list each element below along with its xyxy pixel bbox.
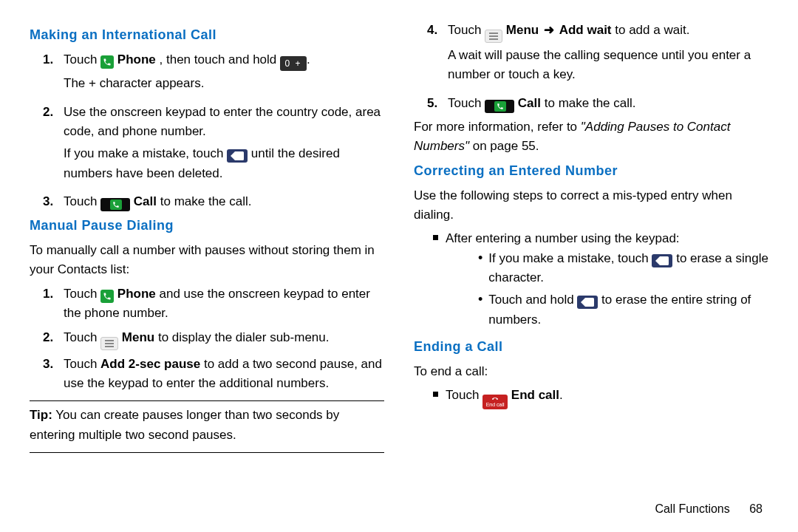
- left-column: Making an International Call 1. Touch Ph…: [30, 21, 384, 457]
- text: to make the call.: [160, 194, 252, 208]
- text: to make the call.: [545, 96, 636, 110]
- end-call-label: End call: [511, 388, 559, 402]
- text: .: [307, 52, 310, 66]
- phone-label: Phone: [117, 52, 156, 66]
- backspace-icon: [577, 296, 598, 309]
- step-number: 5.: [427, 94, 440, 113]
- step-number: 1.: [43, 50, 56, 98]
- step-number: 4.: [427, 21, 440, 89]
- text: Touch: [448, 23, 485, 37]
- heading-manual-pause: Manual Pause Dialing: [30, 216, 384, 236]
- step-number: 3.: [43, 355, 56, 394]
- text: to add a wait.: [615, 23, 689, 37]
- footer-page-number: 68: [749, 502, 763, 515]
- text: to display the dialer sub-menu.: [158, 330, 330, 344]
- text: The + character appears.: [64, 74, 384, 93]
- menu-label: Menu: [122, 330, 154, 344]
- add-wait-label: Add wait: [559, 23, 612, 37]
- tip-text: You can create pauses longer than two se…: [30, 408, 339, 441]
- zero-key-icon: 0 +: [280, 56, 307, 71]
- call-button-icon: [485, 100, 514, 113]
- square-bullet-icon: [433, 392, 438, 397]
- step-number: 2.: [43, 103, 56, 188]
- text: on page 55.: [469, 139, 539, 153]
- text: If you make a mistake, touch: [488, 251, 652, 265]
- tip-label: Tip:: [30, 408, 52, 422]
- tip-divider: [30, 400, 384, 401]
- menu-icon: [100, 337, 118, 350]
- text: .: [559, 388, 563, 402]
- heading-international-call: Making an International Call: [30, 25, 384, 46]
- text: Touch: [448, 96, 485, 110]
- heading-correcting-number: Correcting an Entered Number: [414, 161, 768, 182]
- heading-ending-call: Ending a Call: [414, 337, 768, 358]
- phone-icon: [100, 290, 114, 303]
- text: For more information, refer to: [414, 120, 581, 134]
- text: Touch: [64, 52, 100, 66]
- call-label: Call: [518, 96, 541, 110]
- text: If you make a mistake, touch: [64, 146, 227, 160]
- intl-steps: 1. Touch Phone , then touch and hold 0 +…: [30, 50, 384, 211]
- text: A wait will pause the calling sequence u…: [448, 46, 768, 85]
- right-column: 4. Touch Menu Add wait to add a wait. A …: [414, 21, 768, 457]
- text: After entering a number using the keypad…: [446, 231, 680, 245]
- text: Touch: [64, 194, 100, 208]
- page-footer: Call Functions 68: [655, 500, 763, 519]
- menu-icon: [485, 30, 502, 43]
- correct-intro: Use the following steps to correct a mis…: [414, 186, 768, 225]
- step-number: 2.: [43, 328, 56, 350]
- pause-steps: 1. Touch Phone and use the onscreen keyp…: [30, 284, 384, 393]
- end-call-icon: End call: [482, 395, 508, 409]
- text: Touch: [64, 287, 100, 301]
- page-content: Making an International Call 1. Touch Ph…: [30, 21, 768, 457]
- backspace-icon: [652, 254, 672, 267]
- step-number: 1.: [43, 284, 56, 324]
- tip-divider: [30, 452, 384, 453]
- text: Touch: [446, 388, 482, 402]
- phone-label: Phone: [117, 287, 156, 301]
- tip-block: Tip: You can create pauses longer than t…: [30, 406, 384, 445]
- text: Touch: [64, 357, 100, 371]
- footer-section: Call Functions: [655, 502, 729, 515]
- call-button-icon: [100, 198, 130, 211]
- reference-text: For more information, refer to "Adding P…: [414, 117, 768, 157]
- text: Use the onscreen keypad to enter the cou…: [64, 105, 381, 138]
- text: , then touch and hold: [160, 52, 281, 66]
- end-bullets: Touch End call End call.: [414, 386, 768, 409]
- pause-intro: To manually call a number with pauses wi…: [30, 241, 384, 280]
- add-pause-label: Add 2-sec pause: [100, 357, 200, 371]
- arrow-icon: [542, 23, 556, 37]
- bullet-icon: [478, 290, 482, 330]
- text: Touch and hold: [488, 293, 577, 307]
- text: Touch: [64, 330, 100, 344]
- phone-icon: [100, 55, 114, 69]
- bullet-icon: [478, 249, 482, 288]
- square-bullet-icon: [433, 235, 438, 240]
- pause-steps-cont: 4. Touch Menu Add wait to add a wait. A …: [414, 21, 768, 113]
- end-intro: To end a call:: [414, 362, 768, 381]
- correct-bullets: After entering a number using the keypad…: [414, 229, 768, 332]
- call-label: Call: [134, 194, 157, 208]
- backspace-icon: [227, 149, 248, 163]
- menu-label: Menu: [506, 23, 539, 37]
- step-number: 3.: [43, 192, 56, 211]
